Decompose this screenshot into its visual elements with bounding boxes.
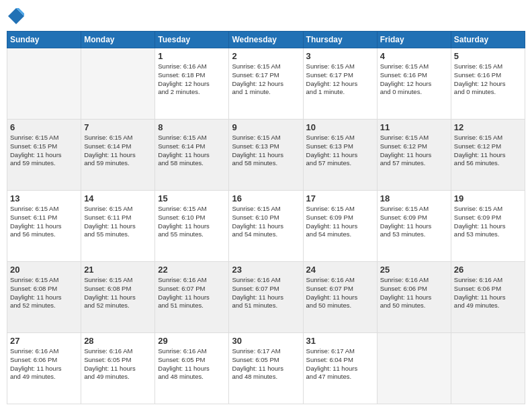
- calendar-week-row: 20Sunrise: 6:15 AM Sunset: 6:08 PM Dayli…: [7, 262, 525, 333]
- calendar-cell: 18Sunrise: 6:15 AM Sunset: 6:09 PM Dayli…: [377, 191, 451, 262]
- cell-info: Sunrise: 6:16 AM Sunset: 6:06 PM Dayligh…: [380, 276, 448, 310]
- calendar-cell: 17Sunrise: 6:15 AM Sunset: 6:09 PM Dayli…: [303, 191, 377, 262]
- cell-info: Sunrise: 6:15 AM Sunset: 6:10 PM Dayligh…: [158, 205, 226, 239]
- calendar-cell: 8Sunrise: 6:15 AM Sunset: 6:14 PM Daylig…: [155, 120, 229, 191]
- day-number: 11: [380, 122, 448, 132]
- day-number: 6: [10, 122, 78, 132]
- day-number: 12: [454, 122, 522, 132]
- day-number: 29: [158, 336, 226, 346]
- calendar-cell: [451, 333, 525, 404]
- calendar-cell: 30Sunrise: 6:17 AM Sunset: 6:05 PM Dayli…: [229, 333, 303, 404]
- calendar-cell: 15Sunrise: 6:15 AM Sunset: 6:10 PM Dayli…: [155, 191, 229, 262]
- calendar-week-row: 6Sunrise: 6:15 AM Sunset: 6:15 PM Daylig…: [7, 120, 525, 191]
- calendar-cell: [81, 48, 155, 120]
- page: SundayMondayTuesdayWednesdayThursdayFrid…: [0, 0, 532, 411]
- cell-info: Sunrise: 6:16 AM Sunset: 6:06 PM Dayligh…: [454, 276, 522, 310]
- calendar-cell: 25Sunrise: 6:16 AM Sunset: 6:06 PM Dayli…: [377, 262, 451, 333]
- cell-info: Sunrise: 6:16 AM Sunset: 6:07 PM Dayligh…: [306, 276, 374, 310]
- calendar-cell: 13Sunrise: 6:15 AM Sunset: 6:11 PM Dayli…: [7, 191, 81, 262]
- cell-info: Sunrise: 6:15 AM Sunset: 6:09 PM Dayligh…: [380, 205, 448, 239]
- calendar-cell: 9Sunrise: 6:15 AM Sunset: 6:13 PM Daylig…: [229, 120, 303, 191]
- calendar-cell: 24Sunrise: 6:16 AM Sunset: 6:07 PM Dayli…: [303, 262, 377, 333]
- col-header-saturday: Saturday: [451, 32, 525, 48]
- cell-info: Sunrise: 6:15 AM Sunset: 6:14 PM Dayligh…: [84, 134, 152, 168]
- cell-info: Sunrise: 6:15 AM Sunset: 6:13 PM Dayligh…: [232, 134, 300, 168]
- day-number: 4: [380, 51, 448, 61]
- day-number: 21: [84, 265, 152, 275]
- day-number: 8: [158, 122, 226, 132]
- cell-info: Sunrise: 6:15 AM Sunset: 6:16 PM Dayligh…: [380, 62, 448, 97]
- day-number: 25: [380, 265, 448, 275]
- cell-info: Sunrise: 6:15 AM Sunset: 6:13 PM Dayligh…: [306, 134, 374, 168]
- day-number: 19: [454, 193, 522, 203]
- col-header-wednesday: Wednesday: [229, 32, 303, 48]
- day-number: 28: [84, 336, 152, 346]
- cell-info: Sunrise: 6:15 AM Sunset: 6:15 PM Dayligh…: [10, 134, 78, 168]
- cell-info: Sunrise: 6:15 AM Sunset: 6:11 PM Dayligh…: [10, 205, 78, 239]
- day-number: 20: [10, 265, 78, 275]
- header: [7, 7, 525, 26]
- cell-info: Sunrise: 6:16 AM Sunset: 6:07 PM Dayligh…: [158, 276, 226, 310]
- calendar-week-row: 13Sunrise: 6:15 AM Sunset: 6:11 PM Dayli…: [7, 191, 525, 262]
- day-number: 31: [306, 336, 374, 346]
- cell-info: Sunrise: 6:15 AM Sunset: 6:17 PM Dayligh…: [306, 62, 374, 97]
- calendar-cell: 11Sunrise: 6:15 AM Sunset: 6:12 PM Dayli…: [377, 120, 451, 191]
- day-number: 17: [306, 193, 374, 203]
- col-header-sunday: Sunday: [7, 32, 81, 48]
- day-number: 9: [232, 122, 300, 132]
- day-number: 15: [158, 193, 226, 203]
- cell-info: Sunrise: 6:17 AM Sunset: 6:05 PM Dayligh…: [232, 347, 300, 381]
- cell-info: Sunrise: 6:16 AM Sunset: 6:07 PM Dayligh…: [232, 276, 300, 310]
- cell-info: Sunrise: 6:16 AM Sunset: 6:05 PM Dayligh…: [158, 347, 226, 381]
- day-number: 10: [306, 122, 374, 132]
- calendar-cell: 27Sunrise: 6:16 AM Sunset: 6:06 PM Dayli…: [7, 333, 81, 404]
- cell-info: Sunrise: 6:15 AM Sunset: 6:09 PM Dayligh…: [454, 205, 522, 239]
- day-number: 18: [380, 193, 448, 203]
- calendar-cell: 29Sunrise: 6:16 AM Sunset: 6:05 PM Dayli…: [155, 333, 229, 404]
- calendar-cell: 5Sunrise: 6:15 AM Sunset: 6:16 PM Daylig…: [451, 48, 525, 120]
- cell-info: Sunrise: 6:15 AM Sunset: 6:12 PM Dayligh…: [454, 134, 522, 168]
- calendar-cell: 20Sunrise: 6:15 AM Sunset: 6:08 PM Dayli…: [7, 262, 81, 333]
- day-number: 23: [232, 265, 300, 275]
- calendar-cell: 2Sunrise: 6:15 AM Sunset: 6:17 PM Daylig…: [229, 48, 303, 120]
- calendar-cell: 10Sunrise: 6:15 AM Sunset: 6:13 PM Dayli…: [303, 120, 377, 191]
- day-number: 24: [306, 265, 374, 275]
- cell-info: Sunrise: 6:15 AM Sunset: 6:17 PM Dayligh…: [232, 62, 300, 97]
- cell-info: Sunrise: 6:15 AM Sunset: 6:08 PM Dayligh…: [84, 276, 152, 310]
- day-number: 27: [10, 336, 78, 346]
- calendar-header-row: SundayMondayTuesdayWednesdayThursdayFrid…: [7, 32, 525, 48]
- calendar-cell: 3Sunrise: 6:15 AM Sunset: 6:17 PM Daylig…: [303, 48, 377, 120]
- calendar-week-row: 1Sunrise: 6:16 AM Sunset: 6:18 PM Daylig…: [7, 48, 525, 120]
- cell-info: Sunrise: 6:15 AM Sunset: 6:11 PM Dayligh…: [84, 205, 152, 239]
- day-number: 13: [10, 193, 78, 203]
- day-number: 2: [232, 51, 300, 61]
- cell-info: Sunrise: 6:15 AM Sunset: 6:16 PM Dayligh…: [454, 62, 522, 97]
- day-number: 22: [158, 265, 226, 275]
- col-header-thursday: Thursday: [303, 32, 377, 48]
- calendar-cell: 23Sunrise: 6:16 AM Sunset: 6:07 PM Dayli…: [229, 262, 303, 333]
- cell-info: Sunrise: 6:16 AM Sunset: 6:06 PM Dayligh…: [10, 347, 78, 381]
- svg-marker-0: [8, 8, 24, 24]
- calendar-cell: 6Sunrise: 6:15 AM Sunset: 6:15 PM Daylig…: [7, 120, 81, 191]
- calendar-cell: 28Sunrise: 6:16 AM Sunset: 6:05 PM Dayli…: [81, 333, 155, 404]
- day-number: 3: [306, 51, 374, 61]
- col-header-friday: Friday: [377, 32, 451, 48]
- logo-icon: [7, 7, 26, 26]
- col-header-monday: Monday: [81, 32, 155, 48]
- calendar-cell: 7Sunrise: 6:15 AM Sunset: 6:14 PM Daylig…: [81, 120, 155, 191]
- calendar-cell: 19Sunrise: 6:15 AM Sunset: 6:09 PM Dayli…: [451, 191, 525, 262]
- day-number: 16: [232, 193, 300, 203]
- cell-info: Sunrise: 6:15 AM Sunset: 6:10 PM Dayligh…: [232, 205, 300, 239]
- calendar-week-row: 27Sunrise: 6:16 AM Sunset: 6:06 PM Dayli…: [7, 333, 525, 404]
- day-number: 14: [84, 193, 152, 203]
- day-number: 26: [454, 265, 522, 275]
- cell-info: Sunrise: 6:15 AM Sunset: 6:09 PM Dayligh…: [306, 205, 374, 239]
- calendar-cell: 16Sunrise: 6:15 AM Sunset: 6:10 PM Dayli…: [229, 191, 303, 262]
- cell-info: Sunrise: 6:15 AM Sunset: 6:14 PM Dayligh…: [158, 134, 226, 168]
- col-header-tuesday: Tuesday: [155, 32, 229, 48]
- calendar-cell: 26Sunrise: 6:16 AM Sunset: 6:06 PM Dayli…: [451, 262, 525, 333]
- calendar-cell: [377, 333, 451, 404]
- calendar-cell: 31Sunrise: 6:17 AM Sunset: 6:04 PM Dayli…: [303, 333, 377, 404]
- calendar-table: SundayMondayTuesdayWednesdayThursdayFrid…: [7, 31, 525, 404]
- calendar-cell: 12Sunrise: 6:15 AM Sunset: 6:12 PM Dayli…: [451, 120, 525, 191]
